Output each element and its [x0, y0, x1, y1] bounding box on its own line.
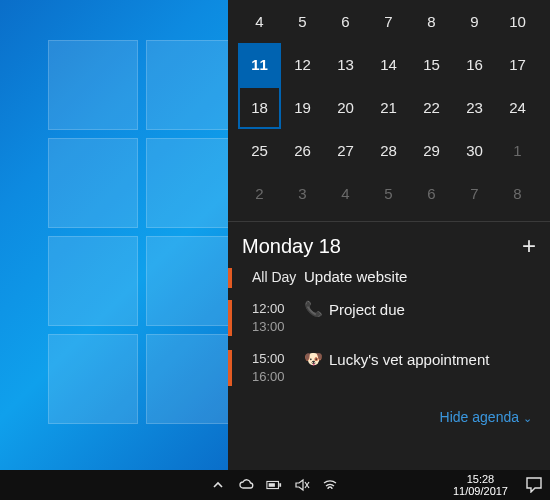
event-color-bar — [228, 300, 232, 336]
wifi-icon[interactable] — [322, 477, 338, 493]
calendar-day[interactable]: 15 — [410, 43, 453, 86]
calendar-day[interactable]: 4 — [324, 172, 367, 215]
agenda-event[interactable]: All DayUpdate website — [242, 268, 536, 286]
agenda-event[interactable]: 12:0013:00📞Project due — [242, 300, 536, 336]
volume-mute-icon[interactable] — [294, 477, 310, 493]
chevron-down-icon: ⌄ — [523, 412, 532, 424]
svg-rect-1 — [279, 483, 281, 487]
event-time: 12:0013:00 — [252, 300, 304, 336]
system-tray — [0, 477, 338, 493]
calendar-day[interactable]: 3 — [281, 172, 324, 215]
calendar-day[interactable]: 19 — [281, 86, 324, 129]
calendar-day[interactable]: 11 — [238, 43, 281, 86]
hide-agenda-link[interactable]: Hide agenda⌄ — [440, 409, 532, 425]
agenda-panel: Monday 18 + All DayUpdate website12:0013… — [228, 221, 550, 406]
calendar-day[interactable]: 28 — [367, 129, 410, 172]
calendar-day[interactable]: 14 — [367, 43, 410, 86]
event-icon: 📞 — [304, 300, 323, 318]
event-icon: 🐶 — [304, 350, 323, 368]
calendar-day[interactable]: 26 — [281, 129, 324, 172]
cloud-icon[interactable] — [238, 477, 254, 493]
calendar-day[interactable]: 23 — [453, 86, 496, 129]
calendar-flyout: 4567891011121314151617181920212223242526… — [228, 0, 550, 470]
battery-icon[interactable] — [266, 477, 282, 493]
clock-time: 15:28 — [453, 473, 508, 485]
event-time: All Day — [252, 268, 304, 286]
svg-rect-2 — [269, 483, 275, 487]
calendar-day[interactable]: 16 — [453, 43, 496, 86]
calendar-day[interactable]: 6 — [324, 0, 367, 43]
event-color-bar — [228, 350, 232, 386]
calendar-day[interactable]: 1 — [496, 129, 539, 172]
clock-date: 11/09/2017 — [453, 485, 508, 497]
calendar-day[interactable]: 6 — [410, 172, 453, 215]
calendar-day[interactable]: 10 — [496, 0, 539, 43]
action-center-button[interactable] — [524, 475, 544, 495]
calendar-day[interactable]: 30 — [453, 129, 496, 172]
calendar-day[interactable]: 5 — [367, 172, 410, 215]
agenda-event[interactable]: 15:0016:00🐶Lucky's vet appointment — [242, 350, 536, 386]
calendar-day[interactable]: 24 — [496, 86, 539, 129]
calendar-day[interactable]: 13 — [324, 43, 367, 86]
calendar-day[interactable]: 25 — [238, 129, 281, 172]
calendar-day[interactable]: 7 — [367, 0, 410, 43]
calendar-day[interactable]: 8 — [410, 0, 453, 43]
notification-icon — [526, 477, 542, 493]
event-color-bar — [228, 268, 232, 288]
event-title: 🐶Lucky's vet appointment — [304, 350, 489, 368]
calendar-day[interactable]: 9 — [453, 0, 496, 43]
agenda-events-list: All DayUpdate website12:0013:00📞Project … — [242, 268, 536, 386]
calendar-day[interactable]: 21 — [367, 86, 410, 129]
calendar-day[interactable]: 29 — [410, 129, 453, 172]
calendar-day[interactable]: 7 — [453, 172, 496, 215]
add-event-button[interactable]: + — [522, 232, 536, 260]
desktop-wallpaper — [0, 0, 228, 470]
taskbar-clock[interactable]: 15:28 11/09/2017 — [447, 473, 514, 497]
calendar-day[interactable]: 20 — [324, 86, 367, 129]
calendar-day[interactable]: 2 — [238, 172, 281, 215]
event-time: 15:0016:00 — [252, 350, 304, 386]
calendar-grid: 4567891011121314151617181920212223242526… — [228, 0, 550, 215]
calendar-day[interactable]: 17 — [496, 43, 539, 86]
calendar-day[interactable]: 22 — [410, 86, 453, 129]
calendar-day[interactable]: 12 — [281, 43, 324, 86]
calendar-day[interactable]: 5 — [281, 0, 324, 43]
calendar-day[interactable]: 4 — [238, 0, 281, 43]
calendar-day[interactable]: 18 — [238, 86, 281, 129]
calendar-day[interactable]: 27 — [324, 129, 367, 172]
calendar-day[interactable]: 8 — [496, 172, 539, 215]
chevron-up-icon[interactable] — [210, 477, 226, 493]
event-title: Update website — [304, 268, 407, 285]
taskbar: 15:28 11/09/2017 — [0, 470, 550, 500]
event-title: 📞Project due — [304, 300, 405, 318]
agenda-date-header: Monday 18 — [242, 235, 341, 258]
